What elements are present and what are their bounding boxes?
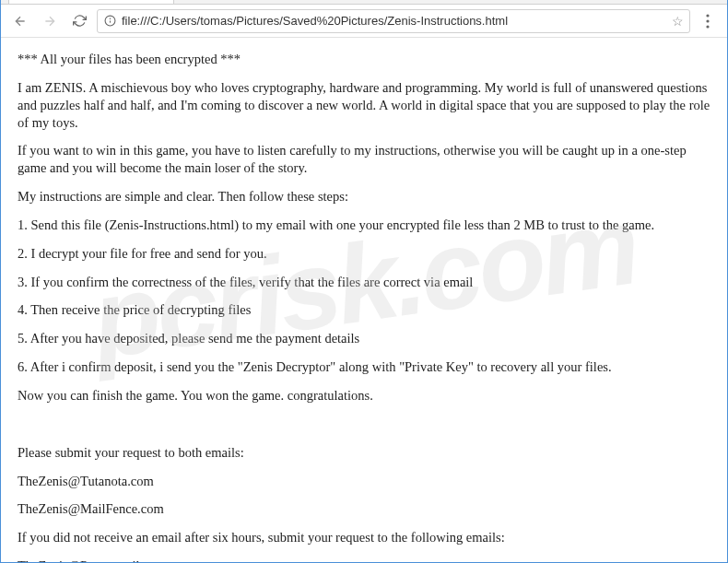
browser-window: Zenis × bbox=[0, 0, 728, 563]
menu-button[interactable] bbox=[696, 9, 720, 33]
svg-point-10 bbox=[706, 25, 709, 28]
window-controls bbox=[544, 0, 727, 4]
address-bar[interactable]: ☆ bbox=[97, 9, 690, 33]
bookmark-star-icon[interactable]: ☆ bbox=[672, 14, 684, 29]
url-input[interactable] bbox=[122, 14, 666, 28]
svg-point-8 bbox=[706, 14, 709, 17]
tab-bar: Zenis × bbox=[1, 0, 727, 5]
fallback-label: If you did not receive an email after si… bbox=[18, 529, 710, 546]
submit-label: Please submit your request to both email… bbox=[18, 444, 710, 462]
step-2: 2. I decrypt your file for free and send… bbox=[18, 245, 710, 263]
finish-text: Now you can finish the game. You won the… bbox=[18, 387, 710, 405]
step-3: 3. If you confirm the correctness of the… bbox=[18, 274, 710, 291]
steps-intro-text: My instructions are simple and clear. Th… bbox=[18, 188, 710, 205]
browser-tab[interactable]: Zenis × bbox=[8, 0, 174, 4]
step-4: 4. Then receive the price of decrypting … bbox=[18, 301, 710, 319]
step-6: 6. After i confirm deposit, i send you t… bbox=[18, 358, 710, 376]
step-1: 1. Send this file (Zenis-Instructions.ht… bbox=[18, 217, 710, 234]
svg-point-9 bbox=[706, 19, 709, 22]
toolbar: ☆ bbox=[1, 5, 727, 38]
heading-text: *** All your files has been encrypted **… bbox=[18, 51, 710, 68]
warning-text: If you want to win in this game, you hav… bbox=[18, 142, 710, 177]
svg-point-7 bbox=[110, 18, 111, 19]
info-icon[interactable] bbox=[103, 15, 116, 28]
intro-text: I am ZENIS. A mischievous boy who loves … bbox=[18, 79, 710, 132]
back-button[interactable] bbox=[8, 9, 32, 33]
email-1: TheZenis@Tutanota.com bbox=[18, 473, 710, 490]
fallback-email-1: TheZenis@Protonmail.com bbox=[18, 557, 710, 562]
minimize-button[interactable] bbox=[603, 0, 644, 3]
step-5: 5. After you have deposited, please send… bbox=[18, 330, 710, 347]
reload-button[interactable] bbox=[67, 9, 91, 33]
email-2: TheZenis@MailFence.com bbox=[18, 500, 710, 518]
maximize-button[interactable] bbox=[644, 0, 686, 3]
page-content: *** All your files has been encrypted **… bbox=[1, 38, 727, 562]
forward-button[interactable] bbox=[38, 9, 62, 33]
close-window-button[interactable] bbox=[686, 0, 727, 3]
